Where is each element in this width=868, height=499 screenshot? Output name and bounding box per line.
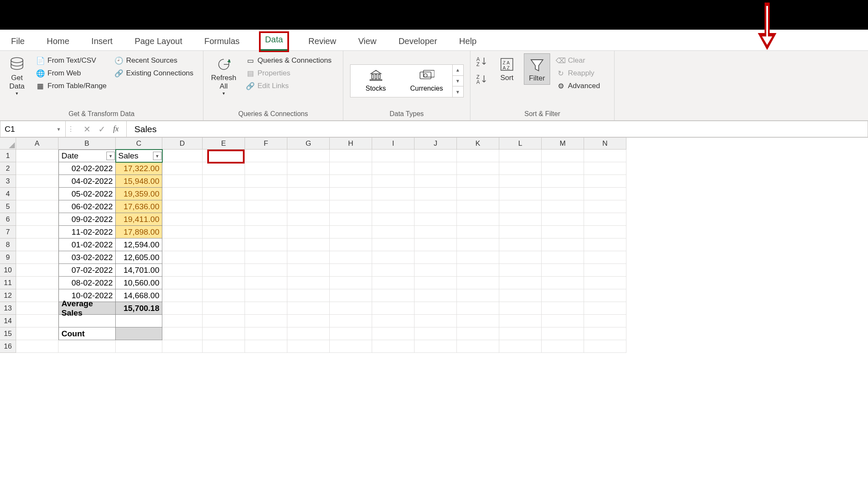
cell[interactable]: [330, 213, 372, 226]
cell[interactable]: [499, 302, 542, 315]
cell[interactable]: [372, 226, 415, 238]
cell[interactable]: [203, 238, 245, 251]
cell[interactable]: [203, 264, 245, 277]
tab-formulas[interactable]: Formulas: [202, 33, 242, 50]
cell[interactable]: [16, 150, 58, 162]
cell[interactable]: [16, 315, 58, 327]
cell[interactable]: [584, 277, 626, 289]
cell[interactable]: [542, 289, 584, 302]
cell[interactable]: [245, 340, 287, 353]
cell[interactable]: [584, 213, 626, 226]
cell[interactable]: [415, 340, 457, 353]
cell[interactable]: [162, 226, 203, 238]
cell[interactable]: [499, 200, 542, 213]
cell[interactable]: [116, 340, 162, 353]
cell[interactable]: [584, 289, 626, 302]
column-header-k[interactable]: K: [457, 138, 499, 150]
cell[interactable]: [457, 289, 499, 302]
cell[interactable]: [499, 251, 542, 264]
cell[interactable]: [162, 251, 203, 264]
cell[interactable]: [287, 150, 330, 162]
row-header[interactable]: 10: [0, 264, 16, 277]
cell[interactable]: [203, 251, 245, 264]
cell[interactable]: [415, 264, 457, 277]
cell[interactable]: [245, 213, 287, 226]
cell[interactable]: [457, 200, 499, 213]
row-header[interactable]: 1: [0, 150, 16, 162]
cell[interactable]: [162, 340, 203, 353]
cell-sales[interactable]: 17,322.00: [116, 162, 162, 175]
cell-date[interactable]: 04-02-2022: [58, 175, 116, 188]
from-web-button[interactable]: 🌐From Web: [34, 68, 108, 79]
cell[interactable]: [584, 200, 626, 213]
existing-connections-button[interactable]: 🔗Existing Connections: [113, 68, 195, 79]
cell[interactable]: [457, 327, 499, 340]
column-header-d[interactable]: D: [162, 138, 203, 150]
cell[interactable]: [584, 238, 626, 251]
cell[interactable]: [584, 302, 626, 315]
cell[interactable]: [457, 340, 499, 353]
cell[interactable]: [330, 302, 372, 315]
row-header[interactable]: 9: [0, 251, 16, 264]
cell[interactable]: [203, 188, 245, 200]
cell-sales[interactable]: 14,668.00: [116, 289, 162, 302]
cell[interactable]: [330, 251, 372, 264]
cell[interactable]: [287, 264, 330, 277]
cell[interactable]: [16, 327, 58, 340]
cell[interactable]: [162, 150, 203, 162]
cell[interactable]: [330, 200, 372, 213]
gallery-up-button[interactable]: ▲: [453, 65, 463, 76]
cell[interactable]: [330, 289, 372, 302]
cell[interactable]: [542, 238, 584, 251]
cell[interactable]: [58, 315, 116, 327]
cell[interactable]: [245, 188, 287, 200]
row-header[interactable]: 4: [0, 188, 16, 200]
cell-sales[interactable]: 14,701.00: [116, 264, 162, 277]
cell[interactable]: [499, 162, 542, 175]
cell-avg-label[interactable]: Average Sales: [58, 302, 116, 315]
cell[interactable]: [287, 340, 330, 353]
select-all-button[interactable]: [0, 138, 16, 150]
cell[interactable]: [372, 213, 415, 226]
cell[interactable]: [162, 327, 203, 340]
cell[interactable]: [415, 277, 457, 289]
cell[interactable]: [16, 213, 58, 226]
cell[interactable]: [584, 175, 626, 188]
tab-help[interactable]: Help: [456, 33, 479, 50]
cell[interactable]: [499, 264, 542, 277]
cell[interactable]: [542, 188, 584, 200]
cell[interactable]: [372, 175, 415, 188]
column-header-g[interactable]: G: [287, 138, 330, 150]
cell[interactable]: [162, 175, 203, 188]
cell[interactable]: [372, 150, 415, 162]
cell[interactable]: [542, 150, 584, 162]
cell[interactable]: [415, 200, 457, 213]
cell[interactable]: [499, 340, 542, 353]
cell[interactable]: [457, 226, 499, 238]
cell-sales[interactable]: 19,411.00: [116, 213, 162, 226]
cell[interactable]: [542, 175, 584, 188]
cell[interactable]: [287, 238, 330, 251]
cell[interactable]: [203, 289, 245, 302]
cell[interactable]: [499, 213, 542, 226]
cell[interactable]: [415, 150, 457, 162]
fx-icon[interactable]: fx: [113, 125, 119, 133]
cell-date[interactable]: 08-02-2022: [58, 277, 116, 289]
cell-avg-value[interactable]: 15,700.18: [116, 302, 162, 315]
cell[interactable]: [457, 213, 499, 226]
cell[interactable]: [162, 277, 203, 289]
column-header-i[interactable]: I: [372, 138, 415, 150]
cell[interactable]: [245, 251, 287, 264]
cell[interactable]: [330, 340, 372, 353]
gallery-more-button[interactable]: ▼: [453, 86, 463, 97]
tab-review[interactable]: Review: [306, 33, 339, 50]
cell-count-label[interactable]: Count: [58, 327, 116, 340]
cell[interactable]: [499, 315, 542, 327]
cell[interactable]: [58, 340, 116, 353]
cell[interactable]: [162, 200, 203, 213]
cell[interactable]: [287, 200, 330, 213]
cell[interactable]: [203, 340, 245, 353]
cell[interactable]: [372, 302, 415, 315]
cell[interactable]: [372, 238, 415, 251]
cell-sales[interactable]: 15,948.00: [116, 175, 162, 188]
